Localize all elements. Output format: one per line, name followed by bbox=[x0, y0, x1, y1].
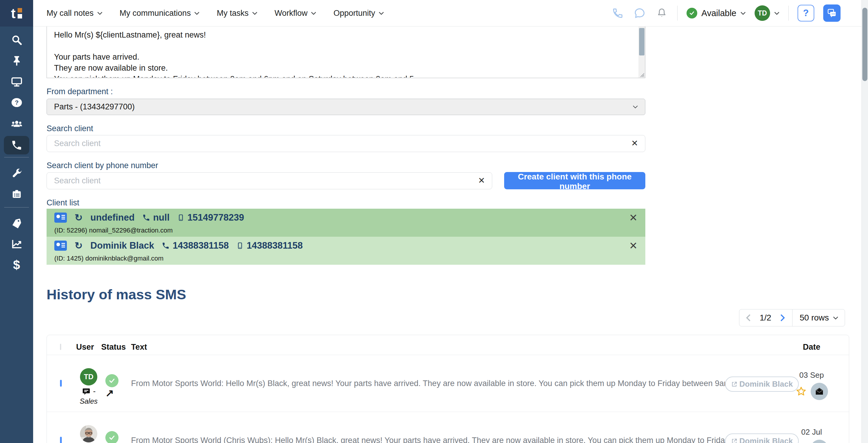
page-scrollbar-thumb[interactable] bbox=[862, 8, 867, 81]
recipient-name: Dominik Black bbox=[739, 437, 793, 443]
remove-client-icon[interactable]: ✕ bbox=[629, 240, 638, 251]
contact-card-icon[interactable] bbox=[54, 212, 67, 223]
clear-search-icon[interactable]: ✕ bbox=[631, 139, 638, 148]
sidebar-item-contacts[interactable] bbox=[0, 116, 33, 132]
chevron-down-icon bbox=[833, 316, 838, 319]
resize-handle-icon[interactable] bbox=[639, 72, 645, 77]
divider bbox=[788, 6, 788, 21]
create-client-button[interactable]: Create client with this phone number bbox=[504, 172, 645, 189]
sidebar-item-billing[interactable]: $ bbox=[0, 257, 33, 273]
row-checkbox[interactable] bbox=[60, 437, 62, 443]
page-title: History of mass SMS bbox=[46, 286, 645, 303]
chat-bubble-icon bbox=[634, 7, 646, 19]
help-button[interactable]: ? bbox=[798, 5, 814, 22]
sidebar: t ? $ bbox=[0, 0, 33, 443]
row-checkbox[interactable] bbox=[60, 380, 62, 387]
delivered-status-icon bbox=[105, 374, 119, 387]
client-name: undefined bbox=[90, 212, 135, 223]
mass-sms-form: Hello Mr(s) ${clientLastname}, great new… bbox=[46, 27, 645, 303]
next-page-button[interactable] bbox=[774, 309, 792, 326]
rows-per-page-select[interactable]: 50 rows bbox=[793, 309, 845, 326]
search-client-input[interactable] bbox=[46, 135, 645, 152]
client-phone: 14388381158 bbox=[173, 240, 229, 251]
refresh-icon[interactable]: ↻ bbox=[74, 213, 83, 223]
search-icon bbox=[11, 34, 22, 45]
clear-phone-icon[interactable]: ✕ bbox=[478, 176, 485, 185]
search-client-wrap: ✕ bbox=[46, 135, 645, 152]
notifications-button[interactable] bbox=[655, 6, 668, 20]
phone-outline-icon bbox=[612, 7, 624, 19]
live-chat-button[interactable] bbox=[823, 4, 841, 22]
select-all-checkbox[interactable] bbox=[60, 344, 61, 350]
header-date: Date bbox=[786, 343, 849, 352]
app-logo[interactable]: t bbox=[0, 0, 33, 27]
history-section: 1/2 50 rows User Status Text Date bbox=[46, 309, 849, 443]
textarea-scrollbar-thumb[interactable] bbox=[639, 28, 645, 56]
nav-workflow[interactable]: Workflow bbox=[275, 9, 316, 18]
client-detail: (ID: 52296) nomail_52296@traction.com bbox=[54, 227, 638, 234]
sidebar-item-search[interactable] bbox=[0, 32, 33, 48]
from-department-label: From department : bbox=[46, 87, 645, 96]
header-status: Status bbox=[101, 343, 131, 352]
delivered-status-icon bbox=[105, 431, 119, 443]
sidebar-item-tag[interactable] bbox=[0, 215, 33, 232]
prev-page-button[interactable] bbox=[739, 309, 757, 326]
pin-icon bbox=[11, 55, 22, 66]
client-row: ↻ Dominik Black 14388381158 14388381158 … bbox=[46, 237, 645, 265]
contact-card-icon[interactable] bbox=[54, 241, 67, 251]
history-table: User Status Text Date TD - Sal bbox=[46, 335, 849, 443]
mobile-icon bbox=[237, 241, 244, 250]
nav-label: My tasks bbox=[217, 9, 249, 18]
nav-label: Workflow bbox=[275, 9, 308, 18]
search-phone-input[interactable] bbox=[46, 172, 492, 189]
messages-button[interactable] bbox=[633, 6, 646, 20]
sidebar-item-stats[interactable] bbox=[0, 236, 33, 252]
sidebar-item-tools[interactable] bbox=[0, 165, 33, 181]
logo-colon-icon bbox=[18, 8, 22, 19]
sidebar-item-phone[interactable] bbox=[0, 137, 33, 154]
phone-icon bbox=[11, 139, 22, 151]
sidebar-divider bbox=[4, 157, 29, 158]
sidebar-item-workstation[interactable] bbox=[0, 73, 33, 90]
people-icon bbox=[11, 118, 22, 130]
sms-channel-icon bbox=[82, 387, 91, 396]
sender-role: Sales bbox=[80, 397, 98, 405]
from-department-value: Parts - (13434297700) bbox=[54, 102, 135, 111]
chevron-down-icon bbox=[379, 12, 384, 15]
nav-my-communications[interactable]: My communications bbox=[120, 9, 200, 18]
from-department-select[interactable]: Parts - (13434297700) bbox=[46, 99, 645, 115]
user-menu[interactable]: TD bbox=[754, 5, 779, 21]
table-header-row: User Status Text Date bbox=[47, 335, 849, 355]
phone-small-icon bbox=[143, 214, 150, 222]
page-indicator: 1/2 bbox=[757, 313, 774, 322]
nav-my-tasks[interactable]: My tasks bbox=[217, 9, 257, 18]
open-envelope-button[interactable] bbox=[811, 440, 828, 443]
sidebar-item-tasks[interactable] bbox=[0, 186, 33, 202]
sidebar-item-pin[interactable] bbox=[0, 53, 33, 69]
message-date: 03 Sep bbox=[786, 371, 837, 380]
table-row: - ↗ From Motor Sports World (Chris Wubs)… bbox=[47, 412, 849, 443]
available-status-icon bbox=[686, 8, 697, 19]
sidebar-item-help[interactable]: ? bbox=[0, 94, 33, 111]
availability-selector[interactable]: Available bbox=[686, 8, 746, 19]
client-phone: null bbox=[153, 212, 169, 223]
nav-opportunity[interactable]: Opportunity bbox=[333, 9, 384, 18]
avatar: TD bbox=[80, 368, 97, 385]
client-mobile: 14388381158 bbox=[247, 240, 303, 251]
nav-my-call-notes[interactable]: My call notes bbox=[46, 9, 102, 18]
topbar-actions: Available TD ? bbox=[611, 4, 841, 22]
chevron-right-icon bbox=[780, 314, 785, 322]
bell-icon bbox=[656, 7, 668, 19]
star-icon[interactable] bbox=[795, 385, 807, 398]
message-text: From Motor Sports World (Chris Wubs): He… bbox=[131, 436, 725, 443]
refresh-icon[interactable]: ↻ bbox=[74, 241, 83, 250]
remove-client-icon[interactable]: ✕ bbox=[629, 212, 638, 224]
open-envelope-button[interactable] bbox=[811, 383, 828, 400]
divider bbox=[792, 309, 793, 327]
availability-label: Available bbox=[702, 8, 736, 18]
textarea-scrollbar[interactable] bbox=[639, 27, 645, 78]
recipient-name: Dominik Black bbox=[739, 379, 793, 389]
page-scrollbar[interactable] bbox=[862, 0, 868, 443]
sms-message-textarea[interactable]: Hello Mr(s) ${clientLastname}, great new… bbox=[47, 27, 632, 77]
calls-button[interactable] bbox=[611, 6, 624, 20]
